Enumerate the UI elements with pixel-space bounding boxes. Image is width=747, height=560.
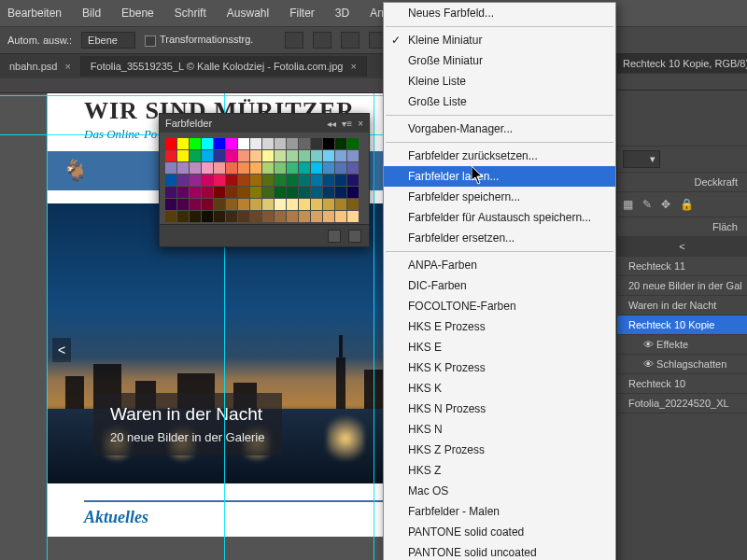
swatch[interactable] [202,150,213,161]
swatch[interactable] [323,138,334,149]
swatch[interactable] [177,187,189,198]
swatches-flyout-menu[interactable]: Neues Farbfeld...Kleine MiniaturGroße Mi… [383,2,616,560]
swatch[interactable] [165,211,176,222]
menu-item[interactable]: HKS K Prozess [384,357,615,378]
swatch[interactable] [299,138,310,149]
swatches-panel[interactable]: Farbfelder ◂◂ ▾≡ × [159,113,370,247]
swatch[interactable] [347,187,359,198]
swatch[interactable] [238,199,249,210]
layer-row[interactable]: Rechteck 11 [617,257,747,276]
menu-item[interactable]: Farbfelder laden... [384,166,615,187]
swatch[interactable] [250,150,261,161]
layers-panel[interactable]: Rechteck 1120 neue Bilder in der GalWare… [617,257,747,413]
menu-item[interactable]: HKS E Prozess [384,316,615,337]
menu-edit[interactable]: Bearbeiten [7,7,62,20]
swatch[interactable] [347,199,359,210]
swatch[interactable] [299,211,310,222]
align-icon-2[interactable] [313,32,331,49]
swatch[interactable] [177,211,189,222]
swatch[interactable] [250,199,261,210]
lock-transparent-icon[interactable]: ▦ [623,198,633,211]
swatch[interactable] [190,162,201,174]
swatch[interactable] [214,211,225,222]
swatch[interactable] [190,199,201,210]
swatch[interactable] [238,150,249,161]
doc-tab-1[interactable]: nbahn.psd × [0,56,81,77]
swatch[interactable] [287,211,298,222]
swatch[interactable] [287,162,298,174]
swatch[interactable] [335,187,346,198]
blend-dropdown[interactable]: ▾ [617,147,747,173]
swatch[interactable] [287,175,298,186]
swatch[interactable] [275,162,286,174]
menu-item[interactable]: Farbfelder speichern... [384,187,615,207]
swatch[interactable] [323,150,334,161]
menu-item[interactable]: Kleine Miniatur [384,30,615,50]
swatch[interactable] [311,211,322,222]
collapse-button[interactable]: < [617,237,747,257]
layer-row[interactable]: 👁 Effekte [617,335,747,355]
swatch[interactable] [250,175,261,186]
menu-image[interactable]: Bild [82,7,101,20]
swatch[interactable] [190,211,201,222]
slider-prev-button[interactable]: < [52,338,71,362]
swatch[interactable] [275,187,286,198]
swatch[interactable] [347,138,359,149]
new-swatch-icon[interactable] [328,230,341,243]
swatch[interactable] [238,211,249,222]
menu-item[interactable]: Kleine Liste [384,71,615,91]
swatch[interactable] [299,175,310,186]
menu-item[interactable]: Große Miniatur [384,50,615,71]
swatch[interactable] [335,211,346,222]
swatch[interactable] [214,187,225,198]
swatch[interactable] [202,162,213,174]
swatch[interactable] [177,138,189,149]
swatch[interactable] [214,162,225,174]
swatch[interactable] [311,150,322,161]
swatch[interactable] [347,211,359,222]
menu-item[interactable]: HKS N Prozess [384,399,615,419]
swatch[interactable] [311,199,322,210]
swatch[interactable] [190,187,201,198]
swatch[interactable] [323,162,334,174]
swatch[interactable] [275,211,286,222]
swatch[interactable] [287,150,298,161]
swatch[interactable] [347,162,359,174]
swatch[interactable] [238,162,249,174]
swatch[interactable] [177,162,189,174]
layer-row[interactable]: Fotolia_20224520_XL [617,394,747,413]
swatch[interactable] [299,199,310,210]
menu-item[interactable]: HKS K [384,378,615,399]
menu-item[interactable]: Vorgaben-Manager... [384,119,615,139]
swatch[interactable] [262,199,274,210]
swatch[interactable] [165,199,176,210]
align-icon-1[interactable] [285,32,303,49]
menu-select[interactable]: Auswahl [227,7,269,20]
swatch[interactable] [214,150,225,161]
swatch[interactable] [190,138,201,149]
menu-type[interactable]: Schrift [175,7,206,20]
swatch[interactable] [190,175,201,186]
menu-item[interactable]: HKS E [384,337,615,357]
lock-brush-icon[interactable]: ✎ [642,198,652,211]
guide-vertical[interactable] [47,93,48,560]
swatch[interactable] [347,150,359,161]
swatch[interactable] [226,162,237,174]
swatch[interactable] [214,199,225,210]
swatch[interactable] [250,138,261,149]
lock-move-icon[interactable]: ✥ [661,198,670,211]
layer-row[interactable]: Rechteck 10 Kopie [617,315,747,335]
menu-item[interactable]: PANTONE solid coated [384,522,615,542]
swatch[interactable] [262,211,274,222]
close-icon[interactable]: × [358,119,363,129]
menu-item[interactable]: Neues Farbfeld... [384,3,615,23]
layer-row[interactable]: Waren in der Nacht [617,296,747,315]
swatch[interactable] [202,199,213,210]
swatch[interactable] [202,175,213,186]
swatch[interactable] [214,175,225,186]
menu-item[interactable]: Farbfelder - Malen [384,501,615,522]
layer-lock-tools[interactable]: ▦✎✥🔒 [617,192,747,217]
swatch[interactable] [311,138,322,149]
menu-layer[interactable]: Ebene [121,7,154,20]
swatch[interactable] [250,187,261,198]
